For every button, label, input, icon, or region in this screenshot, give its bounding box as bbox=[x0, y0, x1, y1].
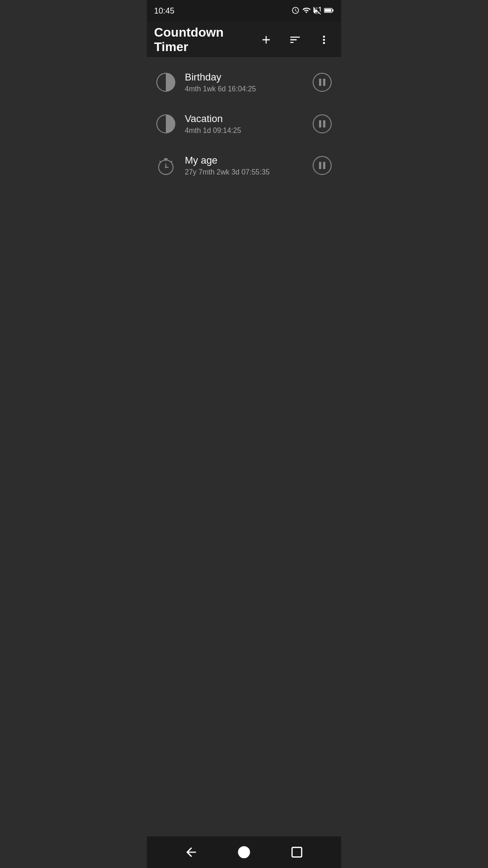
svg-rect-10 bbox=[319, 120, 321, 127]
wifi-icon bbox=[302, 6, 310, 16]
toolbar: Countdown Timer bbox=[147, 22, 341, 58]
nav-bar bbox=[147, 836, 341, 868]
svg-rect-22 bbox=[323, 162, 325, 169]
status-bar: 10:45 bbox=[147, 0, 341, 22]
svg-point-17 bbox=[165, 166, 167, 168]
pause-button-vacation[interactable] bbox=[310, 112, 334, 136]
timer-info-birthday: Birthday 4mth 1wk 6d 16:04:25 bbox=[185, 71, 303, 93]
timer-info-vacation: Vacation 4mth 1d 09:14:25 bbox=[185, 113, 303, 135]
pause-icon-birthday bbox=[312, 72, 332, 92]
timer-name-my-age: My age bbox=[185, 155, 303, 166]
timer-info-my-age: My age 27y 7mth 2wk 3d 07:55:35 bbox=[185, 155, 303, 176]
svg-rect-24 bbox=[292, 847, 301, 857]
timer-icon-birthday bbox=[154, 71, 178, 94]
recent-icon bbox=[290, 845, 304, 859]
filter-button[interactable] bbox=[285, 30, 305, 50]
recent-button[interactable] bbox=[284, 840, 310, 865]
timer-icon-vacation bbox=[154, 112, 178, 136]
svg-point-5 bbox=[313, 73, 331, 91]
pause-icon-my-age bbox=[312, 156, 332, 175]
back-icon bbox=[184, 845, 198, 859]
timer-duration-my-age: 27y 7mth 2wk 3d 07:55:35 bbox=[185, 168, 303, 176]
svg-point-23 bbox=[238, 846, 250, 859]
alarm-icon bbox=[291, 6, 300, 16]
svg-rect-3 bbox=[333, 9, 333, 11]
add-button[interactable] bbox=[256, 30, 276, 50]
timer-name-birthday: Birthday bbox=[185, 71, 303, 83]
battery-icon bbox=[324, 7, 334, 15]
pause-button-birthday[interactable] bbox=[310, 71, 334, 94]
add-icon bbox=[260, 33, 272, 46]
back-button[interactable] bbox=[178, 840, 204, 865]
page-title: Countdown Timer bbox=[154, 25, 256, 54]
svg-rect-13 bbox=[164, 158, 168, 160]
timer-item-birthday[interactable]: Birthday 4mth 1wk 6d 16:04:25 bbox=[147, 61, 341, 103]
status-time: 10:45 bbox=[154, 6, 174, 16]
timer-name-vacation: Vacation bbox=[185, 113, 303, 125]
home-button[interactable] bbox=[231, 840, 257, 865]
svg-rect-21 bbox=[319, 162, 321, 169]
svg-line-18 bbox=[171, 161, 172, 162]
svg-rect-7 bbox=[323, 79, 325, 86]
svg-point-20 bbox=[313, 156, 331, 175]
timer-item-my-age[interactable]: My age 27y 7mth 2wk 3d 07:55:35 bbox=[147, 145, 341, 186]
svg-line-19 bbox=[160, 161, 160, 162]
svg-point-0 bbox=[293, 8, 294, 9]
svg-point-9 bbox=[313, 115, 331, 133]
timer-item-vacation[interactable]: Vacation 4mth 1d 09:14:25 bbox=[147, 103, 341, 145]
svg-rect-2 bbox=[324, 9, 331, 11]
svg-rect-11 bbox=[323, 120, 325, 127]
more-icon bbox=[318, 33, 330, 46]
timer-duration-vacation: 4mth 1d 09:14:25 bbox=[185, 127, 303, 135]
pause-button-my-age[interactable] bbox=[310, 154, 334, 177]
home-icon bbox=[237, 845, 251, 859]
svg-rect-6 bbox=[319, 79, 321, 86]
status-icons bbox=[291, 6, 334, 16]
more-button[interactable] bbox=[314, 30, 334, 50]
pause-icon-vacation bbox=[312, 114, 332, 134]
signal-icon bbox=[313, 6, 321, 16]
toolbar-actions bbox=[256, 30, 334, 50]
timer-icon-my-age bbox=[154, 154, 178, 177]
timer-list: Birthday 4mth 1wk 6d 16:04:25 Vacation 4… bbox=[147, 58, 341, 836]
timer-duration-birthday: 4mth 1wk 6d 16:04:25 bbox=[185, 85, 303, 93]
filter-icon bbox=[289, 33, 301, 46]
